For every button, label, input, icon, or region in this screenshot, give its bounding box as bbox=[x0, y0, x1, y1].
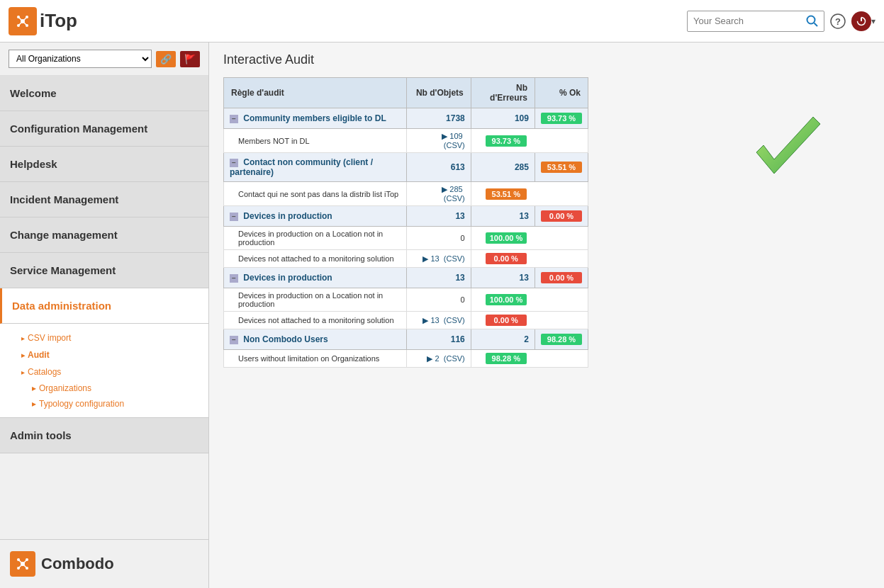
arrow-icon: ▸ bbox=[21, 368, 25, 376]
detail-pct: 98.28 % bbox=[471, 350, 588, 368]
group-link[interactable]: Devices in production bbox=[243, 211, 332, 221]
group-link[interactable]: Community members eligible to DL bbox=[243, 113, 386, 123]
sub-menu: ▸ CSV import ▸ Audit ▸ Catalogs ▸ Organi… bbox=[0, 324, 208, 418]
group-label: − Contact non community (client / parten… bbox=[224, 153, 407, 182]
sidebar-item-incident-management[interactable]: Incident Management bbox=[0, 182, 208, 217]
group-pct: 0.00 % bbox=[535, 206, 588, 227]
detail-count-link[interactable]: ▶ 285 bbox=[442, 185, 462, 193]
detail-csv-link[interactable]: (CSV) bbox=[444, 316, 465, 324]
detail-csv-link[interactable]: (CSV) bbox=[444, 194, 465, 203]
detail-nb: ▶ 109 (CSV) bbox=[407, 129, 471, 153]
group-nb-objects: 1738 bbox=[407, 108, 471, 129]
group-link[interactable]: Contact non community (client / partenai… bbox=[230, 157, 373, 177]
checkmark-area bbox=[749, 113, 827, 193]
detail-label: Devices in production on a Location not … bbox=[224, 227, 407, 250]
power-button[interactable] bbox=[851, 11, 871, 31]
sidebar-item-configuration-management[interactable]: Configuration Management bbox=[0, 111, 208, 147]
svg-line-21 bbox=[23, 560, 27, 564]
logo-text: iTop bbox=[40, 10, 77, 32]
bottom-logo-box bbox=[10, 551, 35, 577]
org-dropdown[interactable]: All Organizations bbox=[9, 50, 152, 68]
sidebar-item-data-administration[interactable]: Data administration bbox=[0, 288, 208, 324]
sub-menu-csv-import[interactable]: ▸ CSV import bbox=[0, 329, 208, 346]
group-pct: 0.00 % bbox=[535, 268, 588, 288]
pct-badge: 93.73 % bbox=[541, 113, 582, 124]
detail-pct: 0.00 % bbox=[471, 250, 588, 268]
svg-text:?: ? bbox=[835, 16, 841, 27]
detail-count-link[interactable]: ▶ 2 bbox=[427, 354, 439, 363]
svg-line-8 bbox=[23, 21, 27, 26]
collapse-icon[interactable]: − bbox=[230, 115, 238, 123]
table-row: − Community members eligible to DL 1738 … bbox=[224, 108, 588, 129]
table-row: − Devices in production 13 13 0.00 % bbox=[224, 268, 588, 288]
table-row: Devices not attached to a monitoring sol… bbox=[224, 250, 588, 268]
svg-line-22 bbox=[18, 564, 23, 568]
detail-label: Devices not attached to a monitoring sol… bbox=[224, 250, 407, 268]
group-label: − Community members eligible to DL bbox=[224, 108, 407, 129]
org-flag-button[interactable]: 🚩 bbox=[180, 51, 200, 67]
sidebar-item-helpdesk[interactable]: Helpdesk bbox=[0, 147, 208, 182]
bottom-logo-text: Combodo bbox=[41, 555, 114, 573]
audit-table: Règle d'audit Nb d'Objets Nb d'Erreurs %… bbox=[223, 77, 588, 368]
detail-label: Contact qui ne sont pas dans la distrib … bbox=[224, 182, 407, 206]
svg-line-5 bbox=[18, 17, 23, 21]
detail-csv-link[interactable]: (CSV) bbox=[444, 254, 465, 263]
detail-pct: 53.51 % bbox=[471, 182, 588, 206]
group-label: − Devices in production bbox=[224, 206, 407, 227]
group-nb-errors: 2 bbox=[471, 329, 535, 350]
detail-nb: 0 bbox=[407, 288, 471, 312]
sub-menu-catalogs[interactable]: ▸ Catalogs bbox=[0, 363, 208, 380]
power-dropdown-arrow[interactable]: ▾ bbox=[871, 16, 875, 26]
page-title: Interactive Audit bbox=[223, 52, 870, 67]
svg-line-20 bbox=[18, 560, 23, 564]
detail-label: Users without limitation on Organization… bbox=[224, 350, 407, 368]
pct-badge: 93.73 % bbox=[486, 135, 527, 147]
audit-body: − Community members eligible to DL 1738 … bbox=[224, 108, 588, 368]
table-row: Contact qui ne sont pas dans la distrib … bbox=[224, 182, 588, 206]
bottom-logo: Combodo bbox=[0, 539, 208, 588]
detail-count-link[interactable]: ▶ 109 bbox=[442, 132, 462, 140]
arrow-icon: ▸ bbox=[21, 351, 25, 359]
sidebar-item-change-management[interactable]: Change management bbox=[0, 217, 208, 253]
pct-badge: 98.28 % bbox=[486, 353, 527, 364]
detail-label: Devices in production on a Location not … bbox=[224, 288, 407, 312]
search-input[interactable] bbox=[688, 12, 801, 30]
table-row: Users without limitation on Organization… bbox=[224, 350, 588, 368]
group-nb-objects: 613 bbox=[407, 153, 471, 182]
collapse-icon[interactable]: − bbox=[230, 159, 238, 167]
sidebar-item-welcome[interactable]: Welcome bbox=[0, 76, 208, 111]
svg-line-23 bbox=[23, 564, 27, 568]
layout: All Organizations 🔗 🚩 Welcome Configurat… bbox=[0, 43, 884, 588]
collapse-icon[interactable]: − bbox=[230, 274, 238, 283]
sub-menu-organizations[interactable]: ▸ Organizations bbox=[0, 380, 208, 396]
sidebar-item-service-management[interactable]: Service Management bbox=[0, 253, 208, 288]
sidebar-item-admin-tools[interactable]: Admin tools bbox=[0, 418, 208, 453]
svg-point-9 bbox=[807, 16, 815, 23]
group-link[interactable]: Non Combodo Users bbox=[243, 334, 328, 344]
help-button[interactable]: ? bbox=[830, 13, 846, 29]
help-icon: ? bbox=[830, 13, 846, 29]
svg-line-6 bbox=[23, 17, 27, 21]
svg-line-10 bbox=[815, 23, 818, 26]
group-link[interactable]: Devices in production bbox=[243, 273, 332, 283]
sub-menu-typology-config[interactable]: ▸ Typology configuration bbox=[0, 396, 208, 412]
detail-pct: 0.00 % bbox=[471, 312, 588, 329]
org-link-button[interactable]: 🔗 bbox=[156, 51, 176, 67]
group-nb-objects: 116 bbox=[407, 329, 471, 350]
detail-count-link[interactable]: ▶ 13 bbox=[423, 254, 439, 263]
detail-csv-link[interactable]: (CSV) bbox=[444, 141, 465, 149]
detail-label: Devices not attached to a monitoring sol… bbox=[224, 312, 407, 329]
collapse-icon[interactable]: − bbox=[230, 336, 238, 344]
logo-area: iTop bbox=[9, 7, 77, 35]
collapse-icon[interactable]: − bbox=[230, 213, 238, 221]
detail-csv-link[interactable]: (CSV) bbox=[444, 354, 465, 363]
detail-count-link[interactable]: ▶ 13 bbox=[423, 316, 439, 324]
pct-badge: 100.00 % bbox=[486, 232, 527, 244]
table-row: Members NOT in DL ▶ 109 (CSV) 93.73 % bbox=[224, 129, 588, 153]
pct-badge: 53.51 % bbox=[486, 188, 527, 200]
combodo-logo-icon bbox=[15, 556, 30, 572]
group-nb-errors: 285 bbox=[471, 153, 535, 182]
sub-menu-audit[interactable]: ▸ Audit bbox=[0, 346, 208, 363]
search-button[interactable] bbox=[801, 11, 824, 31]
group-label: − Non Combodo Users bbox=[224, 329, 407, 350]
